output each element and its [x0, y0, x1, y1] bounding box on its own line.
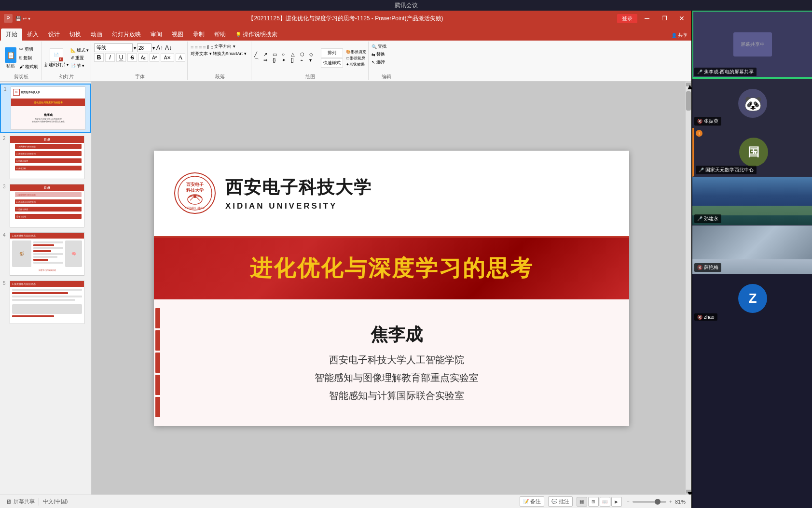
- tab-search[interactable]: 💡 操作说明搜索: [231, 28, 282, 41]
- font-color-button[interactable]: A: [176, 53, 185, 62]
- shape-tri[interactable]: △: [291, 52, 300, 57]
- convert-smartart-button[interactable]: 转换为SmartArt ▾: [213, 51, 247, 57]
- shape-callout[interactable]: {}: [273, 57, 281, 64]
- view-normal-button[interactable]: ▦: [577, 497, 587, 507]
- shape-arrow2[interactable]: ⇒: [263, 57, 272, 64]
- shape-fill-button[interactable]: 🎨形状填充: [346, 49, 366, 55]
- shape-outline-button[interactable]: ▭形状轮廓: [346, 56, 366, 61]
- tab-help[interactable]: 帮助: [209, 28, 231, 41]
- subscript-button[interactable]: A₂: [138, 53, 148, 62]
- tab-slideshow[interactable]: 幻灯片放映: [107, 28, 146, 41]
- shape-effect-button[interactable]: ✦形状效果: [346, 62, 366, 67]
- shape-more[interactable]: ⬡: [300, 52, 309, 57]
- paste-button[interactable]: 📋 粘贴: [4, 46, 17, 70]
- slide-thumb-2[interactable]: 2 目 录 1. 发展脉络与前沿动态 2. 进化优化与深度学习: [0, 134, 91, 181]
- shape-rect[interactable]: ▭: [273, 52, 281, 57]
- font-increase-button[interactable]: A↑: [156, 44, 164, 52]
- participant-item-1: 屏幕共享中 🎤 焦李成-西电的屏幕共享: [692, 11, 812, 79]
- align-center-button[interactable]: ≡: [194, 44, 197, 50]
- participant-name-tag-3: 🎤 国家天元数学西北中心: [696, 166, 757, 174]
- arrange-button[interactable]: 排列: [321, 48, 343, 57]
- slide-bottom-section: 焦李成 西安电子科技大学人工智能学院 智能感知与图像理解教育部重点实验室 智能感…: [154, 299, 629, 426]
- shape-bracket[interactable]: []: [291, 57, 300, 64]
- slide-header-section: 西安电子 科技大学 XIDIAN UNIV.: [154, 151, 629, 238]
- vertical-scrollbar[interactable]: ▲ ▼: [686, 82, 691, 494]
- columns-button[interactable]: ⫿: [207, 44, 210, 50]
- screen-share-button[interactable]: 🖥 屏幕共享: [6, 498, 35, 505]
- slide-thumb-1[interactable]: 1 ⊕ 西安电子科技大学 进化优化与深度学习的思考: [0, 84, 91, 133]
- find-button[interactable]: 🔍 查找: [372, 43, 401, 50]
- section-button[interactable]: 📑节 ▾: [70, 63, 89, 69]
- shape-down[interactable]: ▾: [309, 57, 318, 64]
- slide-thumb-4[interactable]: 4 1.发展脉络与前沿动态 🐒: [0, 230, 91, 278]
- clear-format-button[interactable]: A✕: [161, 53, 174, 62]
- ribbon-group-paragraph: ≡ ≡ ≡ ≡ ⫿ ↕ 文字方向 ▾ 对齐文本 ▾ 转换为SmartArt ▾: [189, 42, 251, 80]
- tab-review[interactable]: 审阅: [146, 28, 167, 41]
- justify-button[interactable]: ≡: [203, 44, 206, 50]
- align-right-button[interactable]: ≡: [199, 44, 202, 50]
- tab-animations[interactable]: 动画: [86, 28, 107, 41]
- university-logo-svg: 西安电子 科技大学 XIDIAN UNIV.: [173, 171, 217, 215]
- font-name-input[interactable]: [94, 43, 133, 52]
- tab-transitions[interactable]: 切换: [65, 28, 86, 41]
- participant-item-4: 🎤 孙建永: [692, 177, 812, 226]
- view-slideshow-button[interactable]: ▶: [611, 497, 622, 507]
- align-text-button[interactable]: 对齐文本 ▾: [191, 51, 212, 57]
- shape-chevron[interactable]: ⌁: [300, 57, 309, 64]
- shape-diamond[interactable]: ◇: [309, 52, 318, 57]
- copy-button[interactable]: ⎘ 复制: [18, 55, 39, 62]
- new-slide-button[interactable]: + 📄 新建幻灯片 ▾: [44, 48, 69, 68]
- reset-button[interactable]: ↺重置: [70, 55, 89, 61]
- language-indicator: 中文(中国): [43, 498, 68, 505]
- main-area: 1 ⊕ 西安电子科技大学 进化优化与深度学习的思考: [0, 82, 691, 494]
- strikethrough-button[interactable]: S̶: [127, 53, 137, 62]
- slide-thumb-3[interactable]: 3 目 录 1. 发展脉络与前沿动态 2. 进化优化与深度学习: [0, 182, 91, 229]
- participant-name-tag-6: 🔇 zhao: [694, 313, 717, 321]
- tab-insert[interactable]: 插入: [22, 28, 43, 41]
- slide-thumbnail-1: ⊕ 西安电子科技大学 进化优化与深度学习的思考 焦李成 西安电子科技大学人工智能…: [11, 86, 85, 130]
- minimize-button[interactable]: ─: [639, 11, 655, 26]
- select-button[interactable]: ↖ 选择: [372, 59, 401, 65]
- tab-design[interactable]: 设计: [43, 28, 65, 41]
- view-reading-button[interactable]: 📖: [600, 497, 610, 507]
- shape-oval[interactable]: ○: [282, 52, 290, 57]
- shape-line[interactable]: ╱: [254, 52, 263, 57]
- format-painter-button[interactable]: 🖌 格式刷: [18, 63, 39, 71]
- quick-styles-button[interactable]: 快速样式: [321, 58, 343, 68]
- participant-name-tag-5: 🔇 薛艳梅: [694, 263, 721, 272]
- shape-arrow[interactable]: ↗: [263, 52, 272, 57]
- line-spacing-button[interactable]: ↕: [211, 44, 214, 50]
- align-left-button[interactable]: ≡: [191, 44, 193, 50]
- shape-star[interactable]: ✦: [282, 57, 290, 64]
- share-button[interactable]: 👤 共享: [671, 32, 688, 39]
- zoom-thumb[interactable]: [655, 499, 661, 505]
- bold-button[interactable]: B: [94, 53, 104, 62]
- slide-author-name: 焦李成: [371, 323, 423, 347]
- restore-button[interactable]: ❐: [657, 11, 672, 26]
- slide-thumb-5[interactable]: 5 1.发展脉络与前沿动态: [0, 279, 91, 326]
- zoom-slider[interactable]: [633, 501, 666, 503]
- status-divider1: [39, 498, 39, 506]
- zoom-out-button[interactable]: －: [626, 498, 631, 505]
- tab-home[interactable]: 开始: [1, 28, 22, 41]
- italic-button[interactable]: I: [105, 53, 115, 62]
- comments-button[interactable]: 💬 批注: [548, 496, 573, 507]
- notes-button[interactable]: 📝 备注: [520, 496, 544, 507]
- layout-button[interactable]: 📐版式 ▾: [70, 47, 89, 54]
- tab-view[interactable]: 视图: [167, 28, 188, 41]
- editing-group-label: 编辑: [372, 73, 401, 80]
- close-button[interactable]: ✕: [674, 11, 689, 26]
- font-size-input[interactable]: [137, 43, 151, 52]
- cut-button[interactable]: ✂ 剪切: [18, 46, 39, 53]
- slide-affiliation2: 智能感知与图像理解教育部重点实验室: [315, 371, 479, 384]
- view-slide-sorter-button[interactable]: ⊞: [588, 497, 599, 507]
- tab-record[interactable]: 录制: [188, 28, 209, 41]
- shape-heart[interactable]: ⌒: [254, 57, 263, 64]
- text-direction-button[interactable]: 文字方向 ▾: [214, 43, 235, 50]
- replace-button[interactable]: ⇆ 替换: [372, 51, 401, 57]
- zoom-in-button[interactable]: ＋: [668, 498, 673, 505]
- login-button[interactable]: 登录: [617, 14, 637, 23]
- font-decrease-button[interactable]: A↓: [165, 44, 172, 52]
- superscript-button[interactable]: A²: [150, 53, 159, 62]
- underline-button[interactable]: U: [116, 53, 126, 62]
